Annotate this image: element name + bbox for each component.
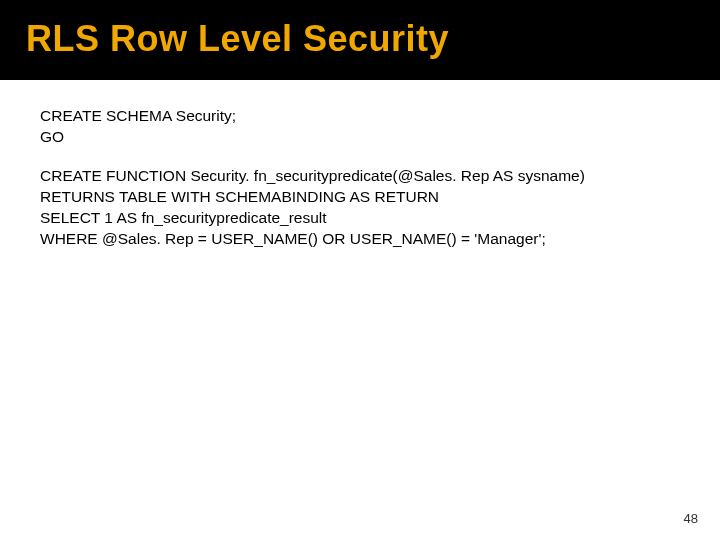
page-number: 48 [684, 511, 698, 526]
code-line: WHERE @Sales. Rep = USER_NAME() OR USER_… [40, 229, 680, 250]
code-line: RETURNS TABLE WITH SCHEMABINDING AS RETU… [40, 187, 680, 208]
header-band: RLS Row Level Security [0, 0, 720, 80]
code-block-2: CREATE FUNCTION Security. fn_securitypre… [40, 166, 680, 250]
slide-title: RLS Row Level Security [0, 18, 720, 60]
code-line: CREATE SCHEMA Security; [40, 106, 680, 127]
code-block-1: CREATE SCHEMA Security; GO [40, 106, 680, 148]
slide-content: CREATE SCHEMA Security; GO CREATE FUNCTI… [0, 80, 720, 250]
code-line: CREATE FUNCTION Security. fn_securitypre… [40, 166, 680, 187]
code-line: SELECT 1 AS fn_securitypredicate_result [40, 208, 680, 229]
code-line: GO [40, 127, 680, 148]
